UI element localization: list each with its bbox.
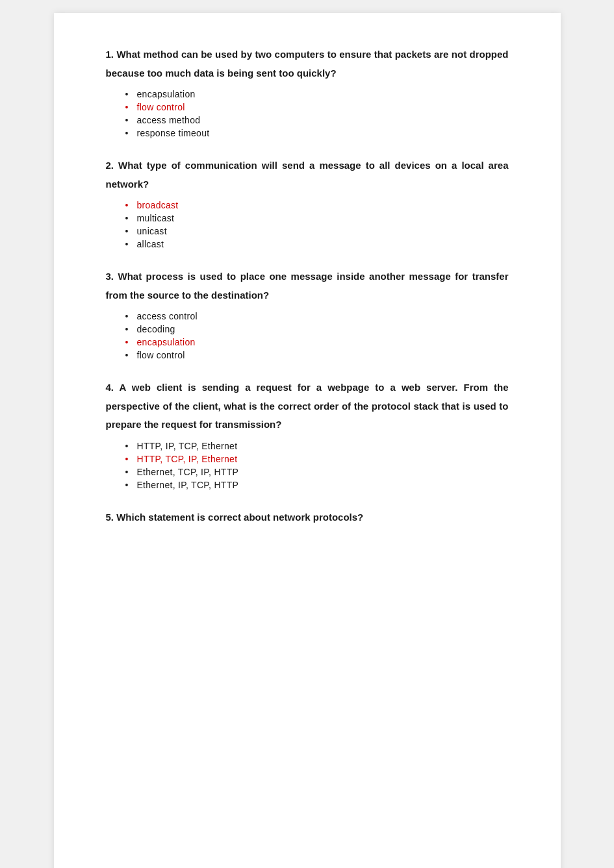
answer-item-4-0: HTTP, IP, TCP, Ethernet xyxy=(125,441,509,451)
answer-item-2-0: broadcast xyxy=(125,200,509,210)
answer-item-4-1: HTTP, TCP, IP, Ethernet xyxy=(125,454,509,464)
questions-list: 1. What method can be used by two comput… xyxy=(106,45,509,527)
answer-item-3-2: encapsulation xyxy=(125,337,509,347)
answer-item-3-0: access control xyxy=(125,311,509,321)
answer-item-1-2: access method xyxy=(125,115,509,125)
question-item-4: 4. A web client is sending a request for… xyxy=(106,378,509,490)
question-text-3: 3. What process is used to place one mes… xyxy=(106,267,509,304)
answer-item-1-1: flow control xyxy=(125,102,509,112)
answers-list-2: broadcastmulticastunicastallcast xyxy=(106,200,509,249)
answer-item-4-2: Ethernet, TCP, IP, HTTP xyxy=(125,467,509,477)
answer-item-1-0: encapsulation xyxy=(125,89,509,99)
question-item-1: 1. What method can be used by two comput… xyxy=(106,45,509,138)
answers-list-4: HTTP, IP, TCP, EthernetHTTP, TCP, IP, Et… xyxy=(106,441,509,490)
answer-item-3-3: flow control xyxy=(125,350,509,360)
question-text-4: 4. A web client is sending a request for… xyxy=(106,378,509,434)
question-item-2: 2. What type of communication will send … xyxy=(106,156,509,249)
answers-list-1: encapsulationflow controlaccess methodre… xyxy=(106,89,509,138)
answer-item-2-3: allcast xyxy=(125,239,509,249)
answer-item-4-3: Ethernet, IP, TCP, HTTP xyxy=(125,480,509,490)
page-container: 1. What method can be used by two comput… xyxy=(54,13,561,868)
question-text-5: 5. Which statement is correct about netw… xyxy=(106,508,509,527)
answer-item-1-3: response timeout xyxy=(125,128,509,138)
answer-item-2-2: unicast xyxy=(125,226,509,236)
question-item-5: 5. Which statement is correct about netw… xyxy=(106,508,509,527)
question-item-3: 3. What process is used to place one mes… xyxy=(106,267,509,360)
question-text-2: 2. What type of communication will send … xyxy=(106,156,509,193)
question-text-1: 1. What method can be used by two comput… xyxy=(106,45,509,82)
answers-list-3: access controldecodingencapsulationflow … xyxy=(106,311,509,360)
answer-item-2-1: multicast xyxy=(125,213,509,223)
answer-item-3-1: decoding xyxy=(125,324,509,334)
